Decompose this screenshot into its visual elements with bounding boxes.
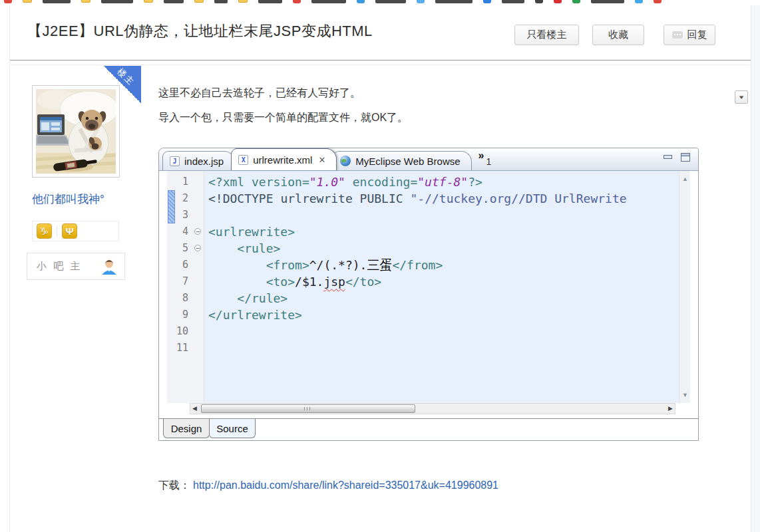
download-line: 下载：http://pan.baidu.com/share/link?share…: [158, 479, 498, 493]
moderator-role-box[interactable]: 小 吧 主: [27, 253, 125, 280]
favorite-button-label: 收藏: [608, 29, 628, 41]
download-link[interactable]: http://pan.baidu.com/share/link?shareid=…: [193, 479, 498, 491]
reply-button-label: 回复: [687, 29, 707, 41]
editor-tab-label: MyEclipse Web Browse: [355, 156, 460, 167]
scroll-down-arrow-icon[interactable]: ▼: [679, 392, 690, 398]
code-token: </from>: [392, 258, 443, 272]
tab-overflow-count: 1: [486, 156, 492, 167]
bookmark-label[interactable]: [164, 0, 184, 3]
view-tab-design[interactable]: Design: [163, 419, 210, 438]
bookmark-favicon-icon[interactable]: [635, 0, 643, 3]
bookmark-folder-icon[interactable]: [238, 0, 248, 3]
bookmark-label[interactable]: [502, 0, 524, 3]
line-number: 1: [167, 174, 192, 190]
editor-tab-2[interactable]: urlrewrite.xml✕: [231, 148, 337, 170]
view-tab-source[interactable]: Source: [209, 419, 256, 438]
fold-column: [192, 257, 204, 273]
post-content: 这里不必自己去造轮子，已经有人写好了。 导入一个包，只需要一个简单的配置文件，就…: [158, 65, 699, 532]
user-avatar[interactable]: [32, 85, 120, 178]
fold-column: [192, 190, 204, 207]
bookmark-favicon-icon[interactable]: [4, 0, 12, 3]
bookmark-label[interactable]: [101, 0, 133, 3]
code-token: <urlrewrite>: [208, 225, 295, 239]
scroll-up-arrow-icon[interactable]: ▲: [679, 176, 690, 182]
line-number: 8: [167, 290, 192, 307]
code-text: <to>/$1.jsp</to>: [204, 273, 690, 290]
code-line: 6 <from>^/(.*?).三蛋</from>: [167, 257, 690, 273]
editor-tab-3[interactable]: MyEclipse Web Browse: [333, 151, 471, 170]
close-tab-icon[interactable]: ✕: [318, 155, 325, 165]
username-link[interactable]: 他们都叫我神°: [32, 192, 104, 207]
badge-divider: [57, 226, 57, 237]
code-token: ^/(.*?).: [309, 258, 367, 272]
code-line: 5 <rule>: [167, 240, 690, 257]
fold-collapse-icon[interactable]: [194, 228, 201, 235]
bookmark-favicon-icon[interactable]: [572, 0, 580, 3]
line-number: 3: [167, 207, 192, 223]
horizontal-scrollbar[interactable]: ◀ ▶: [190, 403, 675, 414]
collapse-post-button[interactable]: ▼: [735, 90, 748, 104]
code-text: </urlrewrite>: [204, 307, 690, 323]
bookmark-label[interactable]: [591, 0, 624, 3]
badge-box[interactable]: ♑Ψ: [32, 221, 119, 241]
browser-bookmarks-bar: [0, 0, 760, 5]
minimize-view-icon[interactable]: [663, 154, 673, 162]
bookmark-label[interactable]: [214, 0, 228, 3]
maximize-view-icon[interactable]: [681, 153, 690, 162]
scroll-right-arrow-icon[interactable]: ▶: [668, 404, 673, 413]
code-text: [204, 340, 690, 356]
bookmark-favicon-icon[interactable]: [535, 0, 543, 3]
line-number: 9: [167, 307, 192, 323]
reply-button[interactable]: 回复: [664, 25, 715, 45]
fold-column: [192, 290, 204, 307]
chevron-down-icon: ▼: [737, 94, 745, 100]
bookmark-favicon-icon[interactable]: [654, 0, 662, 3]
tab-overflow-chevron-icon: »: [478, 150, 484, 162]
bookmark-label[interactable]: [375, 0, 406, 3]
bookmark-favicon-icon[interactable]: [554, 0, 562, 3]
horizontal-scroll-thumb[interactable]: [201, 404, 415, 413]
scroll-left-arrow-icon[interactable]: ◀: [192, 404, 197, 413]
code-token: </urlrewrite>: [208, 308, 302, 322]
page-right-gutter: [751, 5, 760, 532]
code-token: jsp: [323, 275, 345, 289]
code-lines: 1<?xml version="1.0" encoding="utf-8"?>2…: [167, 171, 690, 356]
bookmark-label[interactable]: [258, 0, 282, 3]
bookmark-label[interactable]: [43, 0, 71, 3]
code-text: <!DOCTYPE urlrewrite PUBLIC "-//tuckey.o…: [204, 190, 690, 207]
code-line: 11: [167, 340, 690, 356]
line-number: 6: [167, 257, 192, 273]
fold-collapse-icon[interactable]: [194, 245, 201, 251]
tab-overflow[interactable]: » 1: [477, 150, 500, 170]
bookmark-favicon-icon[interactable]: [417, 0, 425, 3]
editor-tab-1[interactable]: index.jsp: [162, 151, 235, 170]
only-op-button-label: 只看楼主: [527, 29, 567, 41]
bookmark-favicon-icon[interactable]: [357, 0, 365, 3]
favorite-button[interactable]: 收藏: [592, 25, 644, 45]
bookmark-folder-icon[interactable]: [144, 0, 153, 3]
post-paragraph: 导入一个包，只需要一个简单的配置文件，就OK了。: [158, 111, 408, 125]
code-token: <from>: [208, 258, 309, 272]
zodiac-badge-icon: Ψ: [62, 223, 77, 239]
bookmark-folder-icon[interactable]: [81, 0, 91, 3]
bookmark-label[interactable]: [435, 0, 473, 3]
bookmark-favicon-icon[interactable]: [293, 0, 301, 3]
editor-tab-label: urlrewrite.xml: [253, 154, 312, 166]
vertical-scrollbar[interactable]: ▲ ▼: [679, 171, 690, 403]
code-editor[interactable]: 1<?xml version="1.0" encoding="utf-8"?>2…: [167, 171, 690, 403]
bookmark-folder-icon[interactable]: [194, 0, 204, 3]
only-op-button[interactable]: 只看楼主: [514, 25, 579, 45]
bookmark-folder-icon[interactable]: [23, 0, 32, 3]
fold-column: [192, 223, 204, 240]
fold-column: [192, 174, 204, 190]
code-token: <rule>: [208, 241, 280, 255]
line-number: 2: [167, 190, 192, 207]
code-text: <?xml version="1.0" encoding="utf-8"?>: [204, 174, 690, 190]
code-token: urlrewrite PUBLIC: [280, 192, 410, 205]
code-token: <?xml version=: [208, 175, 309, 189]
post-paragraph: 这里不必自己去造轮子，已经有人写好了。: [158, 86, 361, 100]
bookmark-label[interactable]: [311, 0, 346, 3]
code-line: 8 </rule>: [167, 290, 690, 307]
bookmark-favicon-icon[interactable]: [483, 0, 491, 3]
fold-column: [192, 273, 204, 290]
